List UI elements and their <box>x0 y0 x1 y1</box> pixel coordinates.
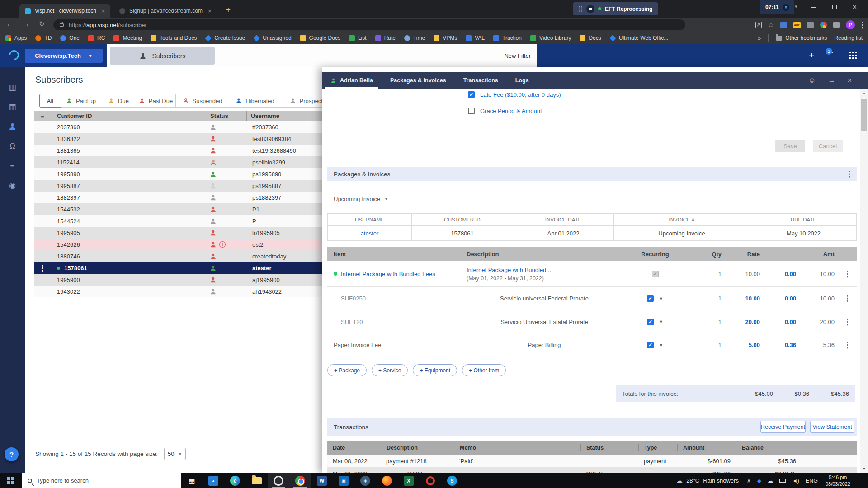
sidenav-item-pipelines[interactable]: ▥ <box>0 79 25 95</box>
bookmark-item[interactable]: Time <box>404 35 425 41</box>
taskbar-compass-browser[interactable]: ◈ <box>354 473 376 488</box>
bookmark-item[interactable]: Rate <box>375 35 396 41</box>
item-rate[interactable]: 5.00 <box>725 333 764 357</box>
filter-hibernated[interactable]: Hibernated <box>229 94 281 108</box>
org-selector-button[interactable]: Cleverwisp.Tech ▼ <box>25 49 103 63</box>
tab-logs[interactable]: Logs <box>507 72 538 89</box>
browser-tab-1[interactable]: Visp.net - cleverwisp.tech × <box>19 4 110 18</box>
taskbar-word[interactable]: W <box>311 473 333 488</box>
column-username[interactable]: Username <box>246 111 322 121</box>
subscriber-row[interactable]: 1578061atester <box>34 262 322 274</box>
filter-prospects[interactable]: Prospects <box>281 94 322 108</box>
sidenav-item-subscribers[interactable] <box>0 118 25 135</box>
taskbar-file-explorer[interactable] <box>246 473 268 488</box>
taskbar-search[interactable]: Type here to search <box>22 473 181 488</box>
checkbox-checked[interactable]: ✓ <box>647 295 654 302</box>
lock-icon[interactable] <box>60 23 64 27</box>
sidenav-item-locations[interactable]: ◉ <box>0 178 25 194</box>
bookmark-item[interactable]: VAL <box>466 35 485 41</box>
add-other-item-button[interactable]: + Other Item <box>462 364 506 376</box>
add-service-button[interactable]: + Service <box>372 364 408 376</box>
grace-period-checkbox[interactable] <box>468 108 475 114</box>
kebab-menu-icon[interactable] <box>42 264 44 272</box>
kebab-menu-icon[interactable] <box>846 270 849 278</box>
row-handle[interactable] <box>34 262 51 274</box>
sidenav-item-support[interactable]: Ω <box>0 138 25 155</box>
extension-gray-icon[interactable] <box>807 22 814 28</box>
recurring-caret-icon[interactable]: ▼ <box>659 343 663 347</box>
subscriber-row[interactable]: 1995890ps1995890 <box>34 168 322 180</box>
global-search-bar[interactable]: Subscribers New Filter <box>107 44 537 67</box>
subscriber-row[interactable]: 1995900aj1995900 <box>34 274 322 286</box>
receive-payment-button[interactable]: Receive Payment <box>760 421 806 433</box>
bookmark-item[interactable]: Meeting <box>113 35 142 41</box>
drag-handle-icon[interactable] <box>579 6 583 12</box>
network-icon[interactable] <box>776 479 789 483</box>
item-tax[interactable]: 0.00 <box>764 287 800 310</box>
expand-arrow-icon[interactable]: → <box>828 76 835 84</box>
bookmark-item[interactable]: Apps <box>5 35 27 41</box>
subscriber-row[interactable]: 2037360tf2037360 <box>34 121 322 133</box>
taskbar-task-view[interactable]: ▦ <box>181 473 203 488</box>
bookmark-item[interactable]: Video Library <box>530 35 571 41</box>
bookmark-item[interactable]: VPMs <box>434 35 457 41</box>
tab-transactions[interactable]: Transactions <box>455 72 507 89</box>
kebab-menu-icon[interactable] <box>846 295 849 302</box>
filter-all[interactable]: All <box>39 94 61 108</box>
detail-scrollbar[interactable]: ▲ ▼ <box>860 89 868 473</box>
reading-list-button[interactable]: Reading list <box>834 35 863 41</box>
new-tab-button[interactable]: + <box>226 6 231 14</box>
taskbar-opera[interactable] <box>420 473 441 488</box>
page-size-select[interactable]: 50 ▼ <box>164 448 186 460</box>
taskbar-edge[interactable]: e <box>224 473 246 488</box>
dropbox-icon[interactable]: ◆ <box>754 478 764 484</box>
bookmark-item[interactable]: Unassigned <box>254 35 291 41</box>
new-filter-button[interactable]: New Filter <box>504 52 531 59</box>
kebab-menu-icon[interactable] <box>846 341 849 349</box>
subscriber-row[interactable]: 1544524P <box>34 215 322 227</box>
table-menu-icon[interactable]: ≡ <box>34 111 51 121</box>
subscriber-row[interactable]: 1881365test19.32688490 <box>34 145 322 156</box>
kebab-menu-icon[interactable] <box>846 318 849 326</box>
forward-icon[interactable]: → <box>23 20 29 27</box>
address-bar[interactable]: https://app.visp.net/subscriber <box>53 19 685 30</box>
recurring-caret-icon[interactable]: ▼ <box>659 319 663 324</box>
tab-close-icon[interactable]: × <box>102 8 105 14</box>
tab-packages-invoices[interactable]: Packages & Invoices <box>382 72 455 89</box>
filter-past-due[interactable]: Past Due <box>136 94 176 108</box>
scroll-up-icon[interactable]: ▲ <box>860 89 868 97</box>
transaction-row[interactable]: Mar 08, 2022payment #1218'Paid'payment$-… <box>327 455 857 468</box>
hidden-icons-chevron[interactable]: ∧ <box>744 478 754 484</box>
tab-close-icon[interactable]: × <box>208 8 212 14</box>
extension-colorful-icon[interactable] <box>820 22 827 28</box>
bookmark-item[interactable]: Google Docs <box>300 35 340 41</box>
cancel-button[interactable]: Cancel <box>813 140 843 152</box>
column-status[interactable]: Status <box>206 111 246 121</box>
bookmark-item[interactable]: Create Issue <box>205 35 245 41</box>
scroll-down-icon[interactable]: ▼ <box>860 465 868 472</box>
subscriber-row[interactable]: 1544532P1 <box>34 203 322 215</box>
subscriber-row[interactable]: 1152414pselibio3299 <box>34 156 322 168</box>
start-button[interactable] <box>0 473 22 488</box>
sidenav-item-lists[interactable]: ≡ <box>0 158 25 174</box>
onedrive-icon[interactable]: ☁ <box>764 478 776 484</box>
bookmark-item[interactable]: Docs <box>580 35 601 41</box>
subscriber-row[interactable]: 1995905lo1995905 <box>34 227 322 239</box>
language-indicator[interactable]: ENG <box>802 478 821 484</box>
add-equipment-button[interactable]: + Equipment <box>413 364 457 376</box>
tab-subscriber-name[interactable]: Adrian Bella <box>322 72 382 89</box>
help-button[interactable]: ? <box>5 447 19 461</box>
weather-widget[interactable]: ☁ 28°C Rain showers <box>671 477 744 484</box>
late-fee-checkbox[interactable]: ✓ <box>468 91 475 98</box>
apps-grid-icon[interactable] <box>849 52 857 59</box>
extensions-puzzle-icon[interactable] <box>833 22 840 28</box>
taskbar-clock[interactable]: 5:46 pm 08/03/2022 <box>821 474 855 487</box>
item-tax[interactable]: 0.36 <box>764 333 800 357</box>
section-menu-icon[interactable] <box>848 170 850 178</box>
item-name[interactable]: Internet Package with Bundled Fees <box>341 271 435 277</box>
close-panel-icon[interactable]: × <box>848 76 852 84</box>
subscriber-row[interactable]: 1880746createdtoday <box>34 250 322 262</box>
timer-chevron-icon[interactable]: ▾ <box>795 4 797 9</box>
taskbar-store[interactable]: ▣ <box>333 473 354 488</box>
bookmark-item[interactable]: Ultimate Web Offic... <box>610 35 669 41</box>
